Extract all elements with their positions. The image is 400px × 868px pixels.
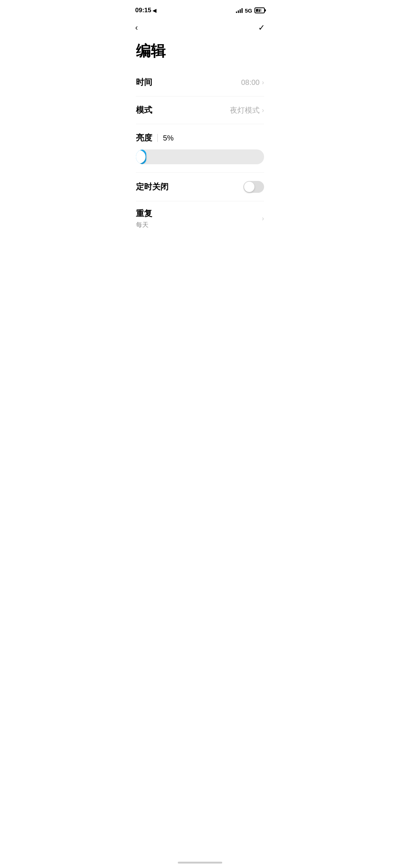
status-time: 09:15 ◀ bbox=[135, 7, 156, 14]
timer-off-toggle-container bbox=[243, 181, 264, 193]
timer-off-label-container: 定时关闭 bbox=[136, 181, 169, 192]
location-icon: ◀ bbox=[153, 8, 156, 13]
timer-off-item: 定时关闭 bbox=[136, 173, 264, 201]
back-button[interactable]: ‹ bbox=[135, 23, 138, 33]
repeat-chevron-icon: › bbox=[262, 215, 264, 222]
status-right: 5G 78 bbox=[236, 7, 265, 14]
repeat-item[interactable]: 重复 每天 › bbox=[136, 201, 264, 236]
slider-thumb bbox=[136, 150, 146, 164]
brightness-header: 亮度 5% bbox=[136, 132, 264, 143]
repeat-item-inner: 重复 每天 › bbox=[136, 208, 264, 229]
page-title: 编辑 bbox=[128, 37, 272, 69]
slider-fill bbox=[136, 149, 146, 164]
timer-off-label: 定时关闭 bbox=[136, 181, 169, 192]
brightness-percent: 5% bbox=[163, 134, 174, 142]
battery-percent: 78 bbox=[257, 8, 262, 13]
nav-bar: ‹ ✓ bbox=[128, 19, 272, 37]
mode-setting-item[interactable]: 模式 夜灯模式 › bbox=[136, 96, 264, 124]
repeat-label: 重复 bbox=[136, 208, 152, 219]
time-label-container: 时间 bbox=[136, 77, 152, 88]
time-chevron-icon: › bbox=[262, 79, 264, 86]
brightness-divider bbox=[157, 134, 158, 142]
mode-label-container: 模式 bbox=[136, 105, 152, 116]
time-label: 时间 bbox=[136, 77, 152, 88]
network-label: 5G bbox=[245, 7, 252, 14]
brightness-section: 亮度 5% bbox=[136, 124, 264, 173]
timer-off-toggle[interactable] bbox=[243, 181, 264, 193]
brightness-slider[interactable] bbox=[136, 149, 264, 164]
mode-value: 夜灯模式 bbox=[230, 105, 260, 115]
brightness-label: 亮度 bbox=[136, 132, 152, 143]
mode-value-container: 夜灯模式 › bbox=[230, 105, 264, 115]
time-value-container: 08:00 › bbox=[241, 78, 264, 87]
toggle-thumb bbox=[244, 182, 254, 192]
mode-chevron-icon: › bbox=[262, 106, 264, 114]
time-display: 09:15 bbox=[135, 7, 151, 14]
time-setting-item[interactable]: 时间 08:00 › bbox=[136, 69, 264, 96]
repeat-sublabel: 每天 bbox=[136, 221, 152, 229]
confirm-button[interactable]: ✓ bbox=[258, 23, 265, 33]
mode-label: 模式 bbox=[136, 105, 152, 116]
repeat-label-container: 重复 每天 bbox=[136, 208, 152, 229]
settings-list: 时间 08:00 › 模式 夜灯模式 › 亮度 5% 定时关闭 bbox=[128, 69, 272, 236]
time-value: 08:00 bbox=[241, 78, 260, 87]
status-bar: 09:15 ◀ 5G 78 bbox=[128, 0, 272, 19]
signal-bars bbox=[236, 8, 243, 13]
battery-icon: 78 bbox=[254, 7, 265, 13]
